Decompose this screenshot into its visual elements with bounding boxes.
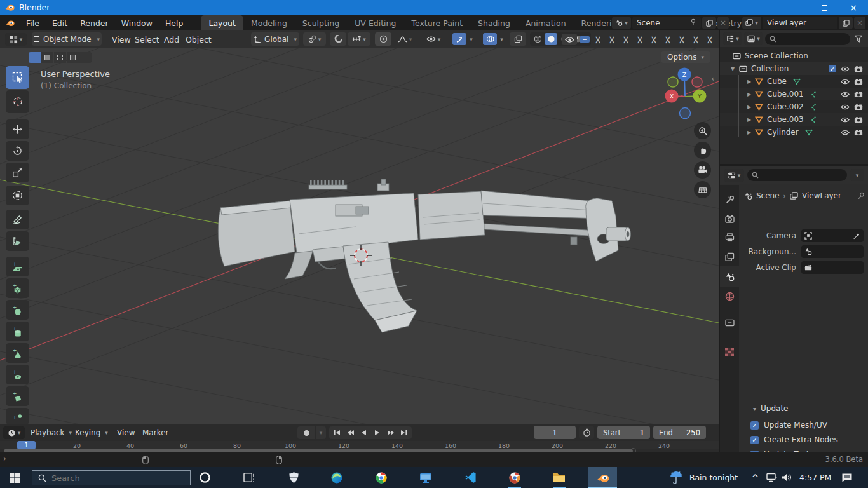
- pan-button[interactable]: [694, 142, 711, 159]
- viewlayer-type-dropdown[interactable]: ▾: [742, 17, 761, 29]
- overflow-x-icon[interactable]: ×: [591, 32, 605, 46]
- tab-uv-editing[interactable]: UV Editing: [347, 15, 403, 30]
- pin-icon[interactable]: [690, 18, 696, 27]
- rifle-model[interactable]: [0, 48, 719, 424]
- overflow-x-icon[interactable]: ×: [703, 32, 717, 46]
- camera-view-button[interactable]: [694, 161, 711, 179]
- collapse-minus-button[interactable]: −: [580, 36, 591, 43]
- outliner-search-input[interactable]: [765, 33, 850, 45]
- disable-render-camera-icon[interactable]: [854, 116, 863, 123]
- frame-start-field[interactable]: Start 1: [597, 426, 650, 439]
- tool-add-cube[interactable]: +: [6, 278, 29, 298]
- collapse-triangle-icon[interactable]: ▼: [729, 66, 736, 72]
- tool-select-box[interactable]: [6, 66, 29, 89]
- tab-world[interactable]: [720, 287, 739, 306]
- tool-measure[interactable]: [6, 231, 29, 251]
- subpanel-update[interactable]: ▾ Update: [753, 402, 865, 415]
- zoom-button[interactable]: [694, 122, 711, 139]
- expand-triangle-icon[interactable]: ▶: [745, 130, 753, 135]
- pivot-point-dropdown[interactable]: ▾: [303, 32, 326, 46]
- disable-render-camera-icon[interactable]: [854, 129, 863, 136]
- timeline-menu-playback[interactable]: Playback ▾: [31, 426, 72, 439]
- orthographic-toggle-button[interactable]: [694, 181, 711, 198]
- new-viewlayer-button[interactable]: [839, 17, 853, 29]
- eyedropper-icon[interactable]: [853, 230, 860, 242]
- tray-clock[interactable]: 4:57 PM: [799, 467, 831, 488]
- timeline-menu-keying[interactable]: Keying ▾: [75, 426, 108, 439]
- tray-network-icon[interactable]: [766, 467, 777, 488]
- tab-output[interactable]: [720, 228, 739, 247]
- taskbar-app-defender[interactable]: [279, 467, 308, 488]
- tab-layout[interactable]: Layout: [201, 15, 243, 30]
- timeline-ruler[interactable]: 20 40 60 80 100 120 140 160 180 200 220 …: [0, 441, 719, 449]
- timeline-menu-view[interactable]: View: [117, 426, 135, 439]
- viewlayer-name-field[interactable]: ViewLayer: [763, 17, 837, 29]
- new-scene-button[interactable]: [702, 17, 716, 29]
- overflow-x-icon[interactable]: ×: [675, 32, 689, 46]
- hide-eye-icon[interactable]: [841, 66, 850, 72]
- option-update-mesh-uv[interactable]: ✓ Update Mesh/UV: [750, 421, 827, 430]
- proportional-falloff-dropdown[interactable]: ▾: [393, 32, 417, 46]
- mode-dropdown[interactable]: Object Mode ▾: [32, 32, 102, 46]
- taskbar-task-view-button[interactable]: [234, 467, 264, 488]
- select-lasso-button[interactable]: [67, 52, 79, 63]
- timeline-menu-marker[interactable]: Marker: [142, 426, 168, 439]
- app-menu-button[interactable]: [0, 15, 20, 30]
- tool-add-cylinder[interactable]: +: [6, 322, 29, 341]
- tab-tool[interactable]: [720, 190, 739, 209]
- tool-add-more[interactable]: +: [6, 408, 29, 424]
- select-extra-button[interactable]: [79, 52, 92, 63]
- minimize-button[interactable]: [780, 0, 810, 15]
- menu-render[interactable]: Render: [74, 15, 115, 30]
- menu-edit[interactable]: Edit: [46, 15, 74, 30]
- expand-triangle-icon[interactable]: ▶: [745, 104, 753, 110]
- taskbar-app-vscode[interactable]: [456, 467, 485, 488]
- delete-scene-button[interactable]: ×: [717, 17, 729, 29]
- menu-window[interactable]: Window: [115, 15, 159, 30]
- select-circle-button[interactable]: [54, 52, 66, 63]
- pin-icon[interactable]: [858, 190, 865, 202]
- delete-viewlayer-button[interactable]: ×: [854, 17, 865, 29]
- properties-search-input[interactable]: [747, 169, 847, 181]
- action-center-button[interactable]: [841, 467, 853, 488]
- tab-view-layer[interactable]: [720, 247, 739, 266]
- tab-texture[interactable]: [720, 342, 739, 362]
- tab-scene[interactable]: [720, 266, 739, 287]
- properties-editor-type-button[interactable]: ▾: [724, 169, 744, 182]
- tray-show-hidden-icons[interactable]: ^: [752, 467, 759, 488]
- panel-divider-outliner-properties[interactable]: [720, 164, 868, 166]
- outliner-row-object[interactable]: ▶ Cube.002: [720, 100, 868, 113]
- taskbar-app-blender[interactable]: [588, 467, 617, 488]
- tool-move[interactable]: [6, 119, 29, 139]
- taskbar-app-opera[interactable]: [190, 467, 219, 488]
- overflow-x-icon[interactable]: ×: [689, 32, 703, 46]
- outliner-row-collection[interactable]: ▼ Collection ✓: [720, 62, 868, 75]
- search-input[interactable]: [51, 473, 172, 483]
- playhead-marker[interactable]: 1: [17, 441, 36, 449]
- play-reverse-button[interactable]: [358, 430, 370, 436]
- option-create-extra-nodes[interactable]: ✓ Create Extra Nodes: [750, 435, 838, 444]
- disable-render-camera-icon[interactable]: [854, 91, 863, 98]
- show-gizmo-button[interactable]: ▾: [449, 32, 477, 46]
- use-preview-range-button[interactable]: [579, 426, 594, 439]
- disable-render-camera-icon[interactable]: [854, 78, 863, 85]
- outliner-filter-button[interactable]: [852, 35, 865, 43]
- shading-solid-button[interactable]: [545, 33, 557, 45]
- outliner-row-object[interactable]: ▶ Cube.001: [720, 88, 868, 100]
- auto-keying-dropdown[interactable]: ▾: [316, 426, 326, 439]
- maximize-button[interactable]: [810, 0, 839, 15]
- overflow-x-icon[interactable]: ×: [619, 32, 633, 46]
- snap-settings-dropdown[interactable]: ▾: [348, 32, 370, 46]
- outliner-row-scene-collection[interactable]: Scene Collection: [720, 50, 868, 62]
- proportional-editing-button[interactable]: [375, 32, 391, 46]
- overflow-x-icon[interactable]: ×: [647, 32, 661, 46]
- editor-type-button[interactable]: ▾: [5, 33, 27, 46]
- menu-help[interactable]: Help: [159, 15, 190, 30]
- tab-shading[interactable]: Shading: [470, 15, 518, 30]
- hide-eye-icon[interactable]: [841, 117, 850, 123]
- prev-keyframe-button[interactable]: [344, 430, 356, 436]
- overflow-x-icon[interactable]: ×: [605, 32, 619, 46]
- expand-triangle-icon[interactable]: ▶: [745, 117, 753, 123]
- tool-add-extra[interactable]: +: [6, 386, 29, 406]
- breadcrumb-viewlayer[interactable]: ViewLayer: [802, 191, 841, 200]
